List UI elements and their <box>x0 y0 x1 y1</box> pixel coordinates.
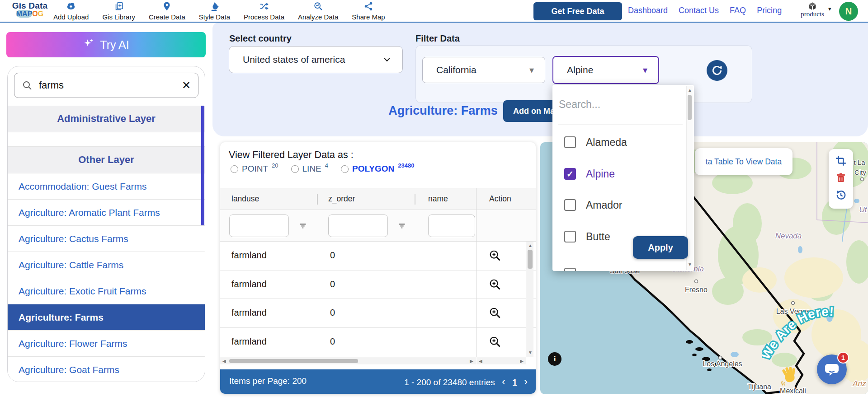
current-page[interactable]: 1 <box>512 378 517 388</box>
county-option-partial[interactable] <box>552 258 684 271</box>
clear-search-icon[interactable]: ✕ <box>182 79 191 92</box>
checkbox-checked-icon[interactable]: ✓ <box>564 168 576 180</box>
link-contact-us[interactable]: Contact Us <box>679 6 719 15</box>
paint-icon <box>209 1 219 13</box>
products-menu[interactable]: products <box>799 1 826 18</box>
scroll-down-icon[interactable]: ▼ <box>528 350 533 355</box>
scroll-right-icon[interactable]: ▶ <box>470 359 473 364</box>
layer-item-cattle-farms[interactable]: Agriculture: Cattle Farms <box>8 252 205 278</box>
checkbox-unchecked-icon[interactable] <box>564 199 576 211</box>
section-other-layer: Other Layer <box>8 147 205 173</box>
column-separator[interactable] <box>317 194 318 205</box>
analyze-icon <box>313 1 323 13</box>
scroll-left-icon[interactable]: ◀ <box>222 359 226 364</box>
info-button[interactable]: i <box>548 352 561 366</box>
layer-item-exotic-fruit-farms[interactable]: Agriculture: Exotic Fruit Farms <box>8 278 205 304</box>
county-select[interactable]: Alpine ▾ <box>552 56 659 84</box>
county-option-amador[interactable]: Amador <box>552 189 684 221</box>
radio-circle-icon <box>231 165 238 173</box>
logo-line1: Gis Data <box>7 1 52 10</box>
link-dashboard[interactable]: Dashboard <box>628 6 668 15</box>
nav-label: Create Data <box>149 13 185 21</box>
scrollbar-thumb[interactable] <box>528 250 533 269</box>
table-vertical-scrollbar[interactable]: ▲ ▼ <box>526 242 533 357</box>
refresh-icon <box>711 65 723 76</box>
products-caret-icon[interactable]: ▾ <box>828 5 831 12</box>
scroll-down-icon[interactable]: ▼ <box>688 262 692 267</box>
table-horizontal-scrollbar[interactable]: ◀ ▶ <box>220 357 476 364</box>
table-row[interactable]: farmland 0 <box>220 328 536 357</box>
filter-input-landuse[interactable] <box>229 214 289 237</box>
layer-item-flower-farms[interactable]: Agriculture: Flower Farms <box>8 331 205 357</box>
table-row[interactable]: farmland 0 <box>220 299 536 328</box>
radio-line-count: 4 <box>325 162 328 169</box>
map-label-utah: Ut <box>859 205 868 214</box>
prev-page-button[interactable]: ‹ <box>502 375 505 388</box>
try-ai-label: Try AI <box>100 38 129 51</box>
cube-icon <box>799 1 826 11</box>
scroll-up-icon[interactable]: ▲ <box>528 243 533 248</box>
filter-input-z-order[interactable] <box>328 214 388 237</box>
crop-icon[interactable] <box>835 155 847 168</box>
layer-item-aromatic-plant-farms[interactable]: Agriculture: Aromatic Plant Farms <box>8 200 205 226</box>
county-option-alameda[interactable]: Alameda <box>552 126 684 158</box>
nav-add-upload[interactable]: Add Upload <box>53 1 89 22</box>
layer-item-guest-farms[interactable]: Accommodation: Guest Farms <box>8 173 205 200</box>
nav-analyze-data[interactable]: Analyze Data <box>298 1 338 22</box>
state-select[interactable]: California ▾ <box>422 57 545 83</box>
map-pin-icon <box>162 1 172 13</box>
filter-input-name[interactable] <box>428 214 475 237</box>
checkbox-unchecked-icon[interactable] <box>564 231 576 242</box>
scrollbar-thumb[interactable] <box>229 359 358 363</box>
next-page-button[interactable]: › <box>524 375 528 388</box>
nav-style-data[interactable]: Style Data <box>199 1 230 22</box>
radio-line[interactable]: LINE4 <box>291 164 328 174</box>
caret-down-icon: ▾ <box>643 65 647 75</box>
nav-share-map[interactable]: Share Map <box>352 1 385 22</box>
radio-point-label: POINT <box>242 164 268 174</box>
layer-item-cactus-farms[interactable]: Agriculture: Cactus Farms <box>8 226 205 252</box>
county-search-input[interactable] <box>559 89 679 119</box>
apply-button[interactable]: Apply <box>633 236 688 259</box>
scroll-up-icon[interactable]: ▲ <box>688 88 692 93</box>
county-option-alpine[interactable]: ✓ Alpine <box>552 158 684 190</box>
nav-create-data[interactable]: Create Data <box>149 1 185 22</box>
column-separator[interactable] <box>415 194 415 205</box>
scrollbar-thumb[interactable] <box>688 95 692 120</box>
layer-item-farms-selected[interactable]: Agriculture: Farms <box>8 304 205 331</box>
trash-icon[interactable] <box>835 173 846 185</box>
col-z-order[interactable]: z_order <box>328 194 355 204</box>
table-row[interactable]: farmland 0 <box>220 242 536 270</box>
link-faq[interactable]: FAQ <box>730 6 746 15</box>
nav-process-data[interactable]: Process Data <box>244 1 284 22</box>
layer-search-input[interactable] <box>39 79 175 91</box>
layer-search-box: ✕ <box>14 73 198 98</box>
try-ai-button[interactable]: Try AI <box>6 32 206 57</box>
country-select[interactable]: United states of america <box>229 46 403 73</box>
share-icon <box>363 1 373 13</box>
col-landuse[interactable]: landuse <box>231 194 259 204</box>
chat-bubble-icon <box>824 362 840 377</box>
layer-item-goat-farms[interactable]: Agriculture: Goat Farms <box>8 357 205 382</box>
history-icon[interactable] <box>835 189 847 203</box>
radio-point[interactable]: POINT20 <box>231 164 278 174</box>
nav-gis-library[interactable]: Gis Library <box>102 1 135 22</box>
get-free-data-button[interactable]: Get Free Data <box>533 2 622 20</box>
sidebar-scrollbar[interactable] <box>201 106 204 225</box>
geometry-radio-group: POINT20 LINE4 POLYGON23480 <box>231 164 414 174</box>
scroll-left-icon[interactable]: ◀ <box>479 359 482 364</box>
checkbox-unchecked-icon[interactable] <box>564 136 576 148</box>
app-logo[interactable]: Gis Data MAPOG <box>7 1 52 18</box>
link-pricing[interactable]: Pricing <box>757 6 782 15</box>
refresh-button[interactable] <box>707 60 727 81</box>
nav-label: Gis Library <box>102 13 135 21</box>
user-avatar[interactable]: N <box>839 2 858 21</box>
checkbox-unchecked-icon[interactable] <box>564 268 576 271</box>
select-country-label: Select country <box>229 33 292 44</box>
scroll-right-icon[interactable]: ▶ <box>520 359 524 364</box>
main-nav: Add Upload Gis Library Create Data Style… <box>53 1 385 22</box>
radio-polygon[interactable]: POLYGON23480 <box>341 164 414 174</box>
action-horizontal-scrollbar[interactable]: ◀ ▶ <box>476 357 526 364</box>
col-name[interactable]: name <box>428 194 448 204</box>
table-row[interactable]: farmland 0 <box>220 270 536 299</box>
